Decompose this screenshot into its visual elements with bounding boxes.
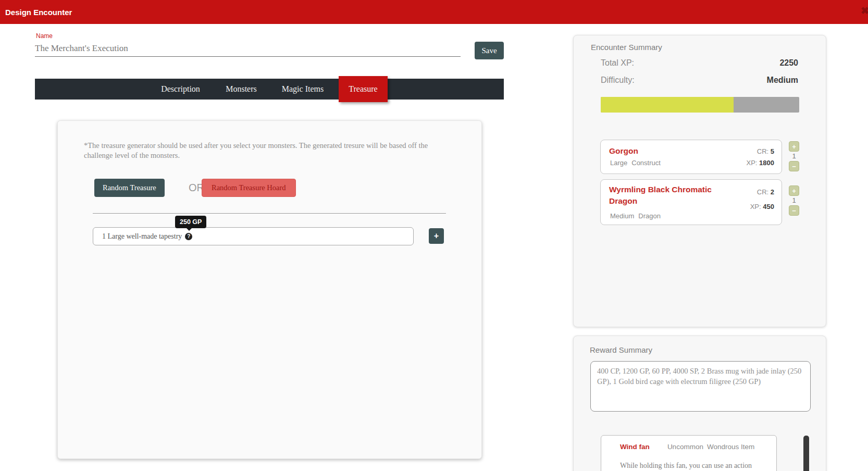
page-title: Design Encounter bbox=[5, 8, 72, 17]
treasure-item-text: 1 Large well-made tapestry bbox=[102, 232, 182, 241]
xp-label: XP: bbox=[746, 159, 757, 167]
cr-label: CR: bbox=[757, 147, 768, 155]
monster-size-type: LargeConstruct bbox=[610, 159, 665, 167]
monster-type: Construct bbox=[631, 159, 661, 167]
total-xp-label: Total XP: bbox=[601, 58, 634, 68]
cr-value: 2 bbox=[771, 188, 774, 196]
increase-count-button[interactable]: + bbox=[789, 185, 799, 196]
monster-size: Medium bbox=[610, 212, 634, 220]
random-treasure-button[interactable]: Random Treasure bbox=[94, 179, 165, 197]
magic-item-card: Wind fan Uncommon Wondrous Item While ho… bbox=[601, 435, 777, 471]
add-treasure-button[interactable]: + bbox=[429, 228, 444, 244]
tab-treasure[interactable]: Treasure bbox=[339, 76, 388, 102]
monster-card: Gorgon CR: 5 LargeConstruct XP: 1800 bbox=[600, 140, 782, 174]
total-xp-value: 2250 bbox=[779, 58, 798, 68]
monster-cr: CR: 2 bbox=[757, 188, 774, 196]
monster-xp: XP: 1800 bbox=[746, 159, 774, 167]
difficulty-bar bbox=[601, 97, 799, 113]
cr-label: CR: bbox=[757, 188, 768, 196]
name-label: Name bbox=[36, 32, 53, 40]
xp-value: 450 bbox=[763, 203, 774, 210]
magic-item-header: Wind fan Uncommon Wondrous Item bbox=[620, 443, 754, 451]
encounter-summary-title: Encounter Summary bbox=[591, 43, 662, 52]
magic-item-rarity: Uncommon bbox=[667, 443, 703, 451]
monster-name-link[interactable]: Wyrmling Black Chromatic Dragon bbox=[609, 184, 726, 207]
monster-xp: XP: 450 bbox=[750, 203, 774, 210]
divider bbox=[93, 213, 446, 214]
difficulty-bar-fill bbox=[601, 97, 734, 113]
monster-name-link[interactable]: Gorgon bbox=[609, 145, 726, 157]
monster-size: Large bbox=[610, 159, 627, 167]
treasure-panel: *The treasure generator should be used a… bbox=[57, 120, 482, 459]
save-button[interactable]: Save bbox=[475, 42, 504, 59]
monster-type: Dragon bbox=[638, 212, 661, 220]
tooltip-arrow-icon bbox=[186, 228, 192, 231]
tab-magic-items[interactable]: Magic Items bbox=[272, 79, 333, 100]
monster-count-controls: + 1 − bbox=[788, 185, 800, 216]
treasure-generator-note: *The treasure generator should be used a… bbox=[84, 141, 432, 160]
tooltip-text: 250 GP bbox=[180, 218, 202, 226]
cr-value: 5 bbox=[771, 147, 774, 155]
difficulty-value: Medium bbox=[767, 76, 798, 85]
xp-label: XP: bbox=[750, 203, 761, 210]
reward-summary-title: Reward Summary bbox=[590, 345, 652, 354]
app-header: Design Encounter bbox=[0, 0, 868, 24]
close-icon[interactable]: ✖ bbox=[861, 6, 868, 16]
monster-size-type: MediumDragon bbox=[610, 212, 665, 220]
encounter-summary-panel: Encounter Summary Total XP: 2250 Difficu… bbox=[573, 35, 826, 327]
increase-count-button[interactable]: + bbox=[789, 141, 799, 152]
magic-item-description: While holding this fan, you can use an a… bbox=[620, 462, 766, 470]
tab-monsters[interactable]: Monsters bbox=[220, 79, 263, 100]
monster-card: Wyrmling Black Chromatic Dragon CR: 2 XP… bbox=[600, 179, 782, 225]
tab-bar: Description Monsters Magic Items Treasur… bbox=[35, 79, 504, 100]
random-treasure-hoard-button[interactable]: Random Treasure Hoard bbox=[202, 179, 296, 197]
magic-item-name-link[interactable]: Wind fan bbox=[620, 443, 650, 451]
xp-value: 1800 bbox=[759, 159, 774, 167]
monster-count: 1 bbox=[788, 196, 800, 205]
decrease-count-button[interactable]: − bbox=[789, 205, 799, 216]
monster-count-controls: + 1 − bbox=[788, 141, 800, 171]
treasure-item-input[interactable]: 1 Large well-made tapestry ? bbox=[93, 227, 414, 245]
reward-summary-textarea[interactable]: 400 CP, 1200 GP, 60 PP, 4000 SP, 2 Brass… bbox=[590, 361, 811, 412]
magic-item-type: Wondrous Item bbox=[707, 443, 754, 451]
encounter-name-input[interactable] bbox=[35, 41, 461, 57]
monster-count: 1 bbox=[788, 152, 800, 161]
decrease-count-button[interactable]: − bbox=[789, 161, 799, 171]
scrollbar-thumb[interactable] bbox=[803, 436, 809, 471]
help-icon[interactable]: ? bbox=[185, 233, 192, 240]
reward-summary-panel: Reward Summary 400 CP, 1200 GP, 60 PP, 4… bbox=[573, 336, 826, 471]
monster-cr: CR: 5 bbox=[757, 147, 774, 155]
value-tooltip: 250 GP bbox=[175, 216, 206, 228]
tab-description[interactable]: Description bbox=[151, 79, 210, 100]
difficulty-label: Difficulty: bbox=[601, 76, 635, 85]
